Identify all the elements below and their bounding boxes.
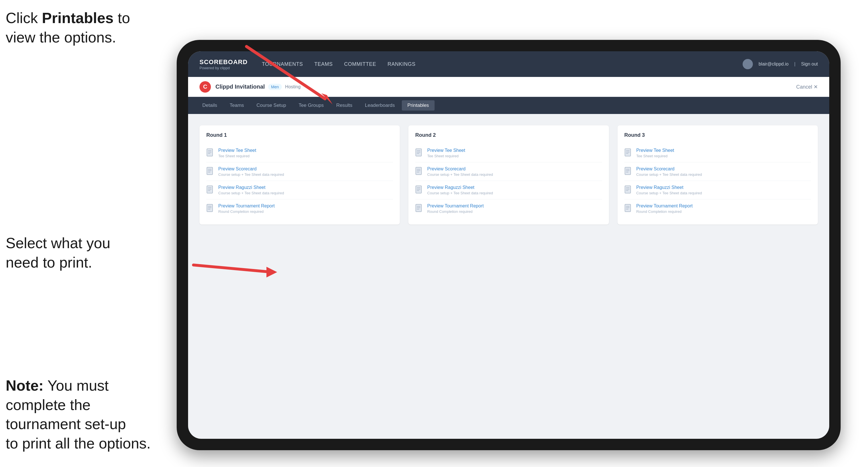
svg-rect-44 — [625, 204, 631, 212]
scorecard-icon — [206, 167, 214, 176]
round3-tee-sheet-title: Preview Tee Sheet — [636, 148, 674, 153]
round2-tee-sheet-subtitle: Tee Sheet required — [427, 154, 465, 158]
round3-raguzzi-icon — [624, 186, 632, 195]
svg-rect-0 — [207, 149, 213, 156]
round2-tournament-report-subtitle: Round Completion required — [427, 210, 484, 214]
tablet-frame: SCOREBOARD Powered by clippd TOURNAMENTS… — [177, 40, 841, 450]
round1-raguzzi[interactable]: Preview Raguzzi Sheet Course setup + Tee… — [206, 181, 393, 199]
round3-tournament-report[interactable]: Preview Tournament Report Round Completi… — [624, 199, 811, 218]
round1-tournament-report-text: Preview Tournament Report Round Completi… — [218, 204, 275, 214]
round2-scorecard-icon — [415, 167, 423, 176]
round2-raguzzi-icon — [415, 186, 423, 195]
round2-scorecard[interactable]: Preview Scorecard Course setup + Tee She… — [415, 162, 602, 181]
round3-tee-sheet[interactable]: Preview Tee Sheet Tee Sheet required — [624, 144, 811, 162]
round1-raguzzi-title: Preview Raguzzi Sheet — [218, 185, 284, 190]
tee-sheet-icon — [206, 149, 214, 158]
rounds-grid: Round 1 Preview — [199, 125, 818, 224]
tab-leaderboards[interactable]: Leaderboards — [359, 100, 401, 111]
svg-rect-20 — [416, 167, 422, 175]
round1-scorecard-subtitle: Course setup + Tee Sheet data required — [218, 173, 284, 177]
round1-tournament-report[interactable]: Preview Tournament Report Round Completi… — [206, 199, 393, 218]
separator: | — [794, 62, 795, 67]
tournament-name: Clippd Invitational — [215, 84, 265, 90]
round2-tournament-report-icon — [415, 204, 423, 213]
tab-printables[interactable]: Printables — [402, 100, 435, 111]
round3-scorecard-icon — [624, 167, 632, 176]
sign-out-link[interactable]: Sign out — [801, 62, 818, 67]
round2-tee-sheet-icon — [415, 149, 423, 158]
svg-rect-8 — [207, 186, 213, 193]
round3-raguzzi-text: Preview Raguzzi Sheet Course setup + Tee… — [636, 185, 702, 195]
svg-rect-36 — [625, 167, 631, 175]
main-content: Round 1 Preview — [188, 114, 829, 439]
round1-tournament-report-subtitle: Round Completion required — [218, 210, 275, 214]
round3-scorecard-text: Preview Scorecard Course setup + Tee She… — [636, 166, 702, 177]
round1-raguzzi-text: Preview Raguzzi Sheet Course setup + Tee… — [218, 185, 284, 195]
tab-results[interactable]: Results — [331, 100, 358, 111]
tournament-logo: C — [199, 81, 211, 93]
app-container: SCOREBOARD Powered by clippd TOURNAMENTS… — [188, 51, 829, 439]
tablet-screen: SCOREBOARD Powered by clippd TOURNAMENTS… — [188, 51, 829, 439]
svg-rect-12 — [207, 204, 213, 212]
instruction-top: Click Printables toview the options. — [6, 8, 130, 47]
round3-tee-sheet-text: Preview Tee Sheet Tee Sheet required — [636, 148, 674, 158]
user-avatar — [743, 59, 753, 69]
round1-tee-sheet-subtitle: Tee Sheet required — [218, 154, 256, 158]
tournament-header: C Clippd Invitational Men Hosting Cancel… — [188, 77, 829, 97]
top-nav-right: blair@clippd.io | Sign out — [743, 59, 818, 69]
round3-tournament-report-icon — [624, 204, 632, 213]
round2-scorecard-subtitle: Course setup + Tee Sheet data required — [427, 173, 493, 177]
round-3-title: Round 3 — [624, 132, 811, 138]
svg-rect-28 — [416, 204, 422, 212]
round1-raguzzi-subtitle: Course setup + Tee Sheet data required — [218, 191, 284, 195]
round2-raguzzi-subtitle: Course setup + Tee Sheet data required — [427, 191, 493, 195]
svg-rect-4 — [207, 167, 213, 175]
brand-sub: Powered by clippd — [199, 66, 248, 70]
tab-teams[interactable]: Teams — [224, 100, 250, 111]
round-2-title: Round 2 — [415, 132, 602, 138]
nav-tournaments[interactable]: TOURNAMENTS — [262, 59, 303, 69]
raguzzi-icon — [206, 186, 214, 195]
round2-raguzzi-text: Preview Raguzzi Sheet Course setup + Tee… — [427, 185, 493, 195]
nav-committee[interactable]: COMMITTEE — [344, 59, 376, 69]
round2-tournament-report-title: Preview Tournament Report — [427, 204, 484, 209]
round3-tournament-report-text: Preview Tournament Report Round Completi… — [636, 204, 693, 214]
instruction-bottom: Note: You mustcomplete thetournament set… — [6, 376, 151, 453]
round1-tee-sheet[interactable]: Preview Tee Sheet Tee Sheet required — [206, 144, 393, 162]
round2-tee-sheet-text: Preview Tee Sheet Tee Sheet required — [427, 148, 465, 158]
nav-teams[interactable]: TEAMS — [314, 59, 333, 69]
round1-scorecard[interactable]: Preview Scorecard Course setup + Tee She… — [206, 162, 393, 181]
brand-title: SCOREBOARD — [199, 58, 248, 66]
round3-raguzzi[interactable]: Preview Raguzzi Sheet Course setup + Tee… — [624, 181, 811, 199]
round3-tournament-report-title: Preview Tournament Report — [636, 204, 693, 209]
note-bold: Note: — [6, 377, 43, 394]
cancel-button[interactable]: Cancel ✕ — [796, 84, 818, 90]
round1-scorecard-title: Preview Scorecard — [218, 166, 284, 172]
tab-details[interactable]: Details — [197, 100, 223, 111]
round2-tournament-report[interactable]: Preview Tournament Report Round Completi… — [415, 199, 602, 218]
round2-raguzzi[interactable]: Preview Raguzzi Sheet Course setup + Tee… — [415, 181, 602, 199]
tournament-report-icon — [206, 204, 214, 213]
round1-tee-sheet-title: Preview Tee Sheet — [218, 148, 256, 153]
round3-scorecard[interactable]: Preview Scorecard Course setup + Tee She… — [624, 162, 811, 181]
round3-tee-sheet-subtitle: Tee Sheet required — [636, 154, 674, 158]
tab-course-setup[interactable]: Course Setup — [251, 100, 292, 111]
round2-tee-sheet[interactable]: Preview Tee Sheet Tee Sheet required — [415, 144, 602, 162]
round3-raguzzi-subtitle: Course setup + Tee Sheet data required — [636, 191, 702, 195]
round2-tournament-report-text: Preview Tournament Report Round Completi… — [427, 204, 484, 214]
round3-raguzzi-title: Preview Raguzzi Sheet — [636, 185, 702, 190]
svg-rect-32 — [625, 149, 631, 156]
round1-tournament-report-title: Preview Tournament Report — [218, 204, 275, 209]
round2-raguzzi-title: Preview Raguzzi Sheet — [427, 185, 493, 190]
round3-tee-sheet-icon — [624, 149, 632, 158]
round2-tee-sheet-title: Preview Tee Sheet — [427, 148, 465, 153]
round-1-title: Round 1 — [206, 132, 393, 138]
top-nav-links: TOURNAMENTS TEAMS COMMITTEE RANKINGS — [262, 59, 743, 69]
top-nav: SCOREBOARD Powered by clippd TOURNAMENTS… — [188, 51, 829, 77]
tab-tee-groups[interactable]: Tee Groups — [293, 100, 330, 111]
round1-scorecard-text: Preview Scorecard Course setup + Tee She… — [218, 166, 284, 177]
svg-rect-16 — [416, 149, 422, 156]
svg-rect-24 — [416, 186, 422, 193]
tab-bar: Details Teams Course Setup Tee Groups Re… — [188, 97, 829, 114]
nav-rankings[interactable]: RANKINGS — [388, 59, 415, 69]
